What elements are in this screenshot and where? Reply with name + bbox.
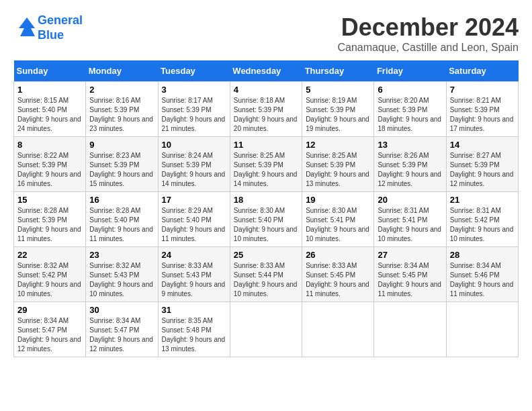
logo: General Blue [13,13,83,42]
day-info: Sunrise: 8:17 AMSunset: 5:39 PMDaylight:… [162,96,226,134]
calendar-cell: 17 Sunrise: 8:29 AMSunset: 5:40 PMDaylig… [158,192,230,247]
day-number: 4 [234,85,298,95]
week-row-4: 29 Sunrise: 8:34 AMSunset: 5:47 PMDaylig… [14,302,519,357]
calendar-table: SundayMondayTuesdayWednesdayThursdayFrid… [13,60,519,357]
calendar-cell: 16 Sunrise: 8:28 AMSunset: 5:40 PMDaylig… [86,192,158,247]
col-header-friday: Friday [374,60,446,82]
day-number: 19 [306,195,370,205]
calendar-cell: 10 Sunrise: 8:24 AMSunset: 5:39 PMDaylig… [158,137,230,192]
calendar-cell: 9 Sunrise: 8:23 AMSunset: 5:39 PMDayligh… [86,137,158,192]
calendar-cell: 11 Sunrise: 8:25 AMSunset: 5:39 PMDaylig… [230,137,302,192]
day-number: 28 [450,250,515,260]
day-number: 7 [450,85,515,95]
day-info: Sunrise: 8:25 AMSunset: 5:39 PMDaylight:… [234,151,298,189]
day-info: Sunrise: 8:18 AMSunset: 5:39 PMDaylight:… [234,96,298,134]
day-info: Sunrise: 8:32 AMSunset: 5:42 PMDaylight:… [17,261,82,299]
calendar-cell: 28 Sunrise: 8:34 AMSunset: 5:46 PMDaylig… [446,247,518,302]
day-info: Sunrise: 8:31 AMSunset: 5:42 PMDaylight:… [450,206,515,244]
calendar-cell: 2 Sunrise: 8:16 AMSunset: 5:39 PMDayligh… [86,82,158,137]
day-number: 10 [162,140,226,150]
title-area: December 2024 Canamaque, Castille and Le… [337,13,519,54]
day-number: 3 [162,85,226,95]
calendar-cell: 31 Sunrise: 8:35 AMSunset: 5:48 PMDaylig… [158,302,230,357]
calendar-cell: 22 Sunrise: 8:32 AMSunset: 5:42 PMDaylig… [14,247,86,302]
day-info: Sunrise: 8:22 AMSunset: 5:39 PMDaylight:… [17,151,82,189]
calendar-cell: 5 Sunrise: 8:19 AMSunset: 5:39 PMDayligh… [302,82,374,137]
day-info: Sunrise: 8:21 AMSunset: 5:39 PMDaylight:… [450,96,515,134]
col-header-wednesday: Wednesday [230,60,302,82]
calendar-cell: 12 Sunrise: 8:25 AMSunset: 5:39 PMDaylig… [302,137,374,192]
day-number: 27 [378,250,442,260]
calendar-cell: 23 Sunrise: 8:32 AMSunset: 5:43 PMDaylig… [86,247,158,302]
calendar-cell: 26 Sunrise: 8:33 AMSunset: 5:45 PMDaylig… [302,247,374,302]
day-number: 21 [450,195,515,205]
calendar-cell: 15 Sunrise: 8:28 AMSunset: 5:39 PMDaylig… [14,192,86,247]
day-number: 20 [378,195,442,205]
calendar-cell: 4 Sunrise: 8:18 AMSunset: 5:39 PMDayligh… [230,82,302,137]
day-number: 6 [378,85,442,95]
day-number: 15 [17,195,82,205]
day-info: Sunrise: 8:25 AMSunset: 5:39 PMDaylight:… [306,151,370,189]
day-info: Sunrise: 8:28 AMSunset: 5:40 PMDaylight:… [89,206,154,244]
calendar-cell: 24 Sunrise: 8:33 AMSunset: 5:43 PMDaylig… [158,247,230,302]
day-info: Sunrise: 8:31 AMSunset: 5:41 PMDaylight:… [378,206,442,244]
calendar-cell: 29 Sunrise: 8:34 AMSunset: 5:47 PMDaylig… [14,302,86,357]
week-row-3: 22 Sunrise: 8:32 AMSunset: 5:42 PMDaylig… [14,247,519,302]
day-info: Sunrise: 8:33 AMSunset: 5:45 PMDaylight:… [306,261,370,299]
day-info: Sunrise: 8:26 AMSunset: 5:39 PMDaylight:… [378,151,442,189]
day-info: Sunrise: 8:34 AMSunset: 5:46 PMDaylight:… [450,261,515,299]
day-number: 11 [234,140,298,150]
day-number: 18 [234,195,298,205]
day-number: 31 [162,305,226,315]
day-info: Sunrise: 8:23 AMSunset: 5:39 PMDaylight:… [89,151,154,189]
week-row-0: 1 Sunrise: 8:15 AMSunset: 5:40 PMDayligh… [14,82,519,137]
subtitle: Canamaque, Castille and Leon, Spain [337,42,519,54]
day-info: Sunrise: 8:30 AMSunset: 5:41 PMDaylight:… [306,206,370,244]
calendar-cell [374,302,446,357]
calendar-cell: 30 Sunrise: 8:34 AMSunset: 5:47 PMDaylig… [86,302,158,357]
day-number: 12 [306,140,370,150]
calendar-cell: 20 Sunrise: 8:31 AMSunset: 5:41 PMDaylig… [374,192,446,247]
logo-icon [13,15,38,39]
calendar-cell: 27 Sunrise: 8:34 AMSunset: 5:45 PMDaylig… [374,247,446,302]
day-number: 14 [450,140,515,150]
day-number: 23 [89,250,154,260]
day-number: 5 [306,85,370,95]
day-info: Sunrise: 8:34 AMSunset: 5:47 PMDaylight:… [89,316,154,354]
day-info: Sunrise: 8:27 AMSunset: 5:39 PMDaylight:… [450,151,515,189]
header-row: SundayMondayTuesdayWednesdayThursdayFrid… [14,60,519,82]
calendar-cell: 13 Sunrise: 8:26 AMSunset: 5:39 PMDaylig… [374,137,446,192]
svg-marker-0 [19,17,35,36]
day-info: Sunrise: 8:30 AMSunset: 5:40 PMDaylight:… [234,206,298,244]
calendar-cell: 19 Sunrise: 8:30 AMSunset: 5:41 PMDaylig… [302,192,374,247]
calendar-cell: 1 Sunrise: 8:15 AMSunset: 5:40 PMDayligh… [14,82,86,137]
day-info: Sunrise: 8:24 AMSunset: 5:39 PMDaylight:… [162,151,226,189]
day-info: Sunrise: 8:34 AMSunset: 5:45 PMDaylight:… [378,261,442,299]
col-header-thursday: Thursday [302,60,374,82]
day-number: 25 [234,250,298,260]
col-header-saturday: Saturday [446,60,518,82]
logo-line1: General [38,13,83,27]
day-info: Sunrise: 8:15 AMSunset: 5:40 PMDaylight:… [17,96,82,134]
day-number: 13 [378,140,442,150]
calendar-cell: 6 Sunrise: 8:20 AMSunset: 5:39 PMDayligh… [374,82,446,137]
day-number: 9 [89,140,154,150]
calendar-cell: 14 Sunrise: 8:27 AMSunset: 5:39 PMDaylig… [446,137,518,192]
calendar-cell: 3 Sunrise: 8:17 AMSunset: 5:39 PMDayligh… [158,82,230,137]
day-info: Sunrise: 8:34 AMSunset: 5:47 PMDaylight:… [17,316,82,354]
calendar-cell: 18 Sunrise: 8:30 AMSunset: 5:40 PMDaylig… [230,192,302,247]
day-number: 8 [17,140,82,150]
calendar-cell [230,302,302,357]
day-info: Sunrise: 8:33 AMSunset: 5:43 PMDaylight:… [162,261,226,299]
col-header-sunday: Sunday [14,60,86,82]
day-number: 16 [89,195,154,205]
day-info: Sunrise: 8:35 AMSunset: 5:48 PMDaylight:… [162,316,226,354]
day-info: Sunrise: 8:32 AMSunset: 5:43 PMDaylight:… [89,261,154,299]
day-info: Sunrise: 8:20 AMSunset: 5:39 PMDaylight:… [378,96,442,134]
day-number: 1 [17,85,82,95]
day-info: Sunrise: 8:28 AMSunset: 5:39 PMDaylight:… [17,206,82,244]
day-number: 30 [89,305,154,315]
day-number: 26 [306,250,370,260]
day-number: 29 [17,305,82,315]
day-info: Sunrise: 8:19 AMSunset: 5:39 PMDaylight:… [306,96,370,134]
